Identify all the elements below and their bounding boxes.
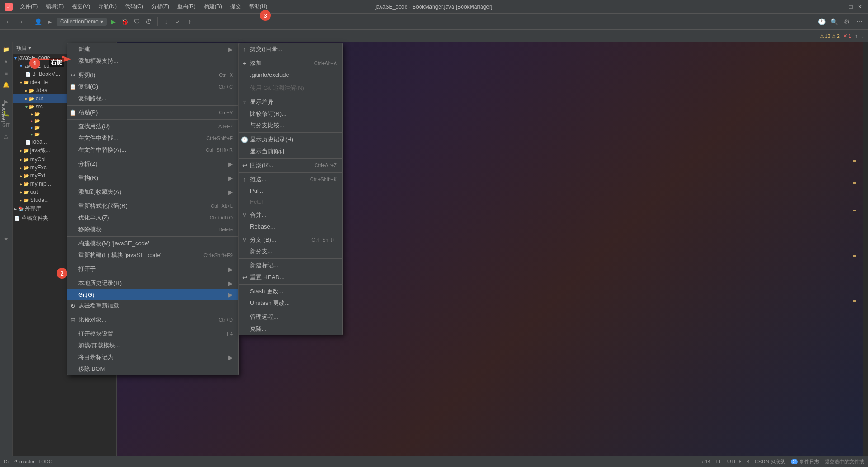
git-sep3 (239, 95, 342, 95)
menu-add-framework[interactable]: 添加框架支持... (67, 55, 238, 67)
git-branch[interactable]: ⑂ 分支 (B)...Ctrl+Shift+` (239, 234, 342, 246)
annotation-circle-1: 1 (29, 58, 40, 69)
rollback-icon: ↩ (241, 162, 248, 169)
git-show-current-revision[interactable]: 显示当前修订 (239, 145, 342, 157)
menu-copy[interactable]: 📋 复制(C)Ctrl+C (67, 81, 238, 93)
git-rollback[interactable]: ↩ 回滚(R)...Ctrl+Alt+Z (239, 159, 342, 171)
git-new-branch[interactable]: 新分支... (239, 246, 342, 257)
git-new-tag[interactable]: 新建标记... (239, 260, 342, 271)
menu-copy-path[interactable]: 复制路径... (67, 93, 238, 104)
git-unstash[interactable]: Unstash 更改... (239, 297, 342, 309)
git-fetch: Fetch (239, 196, 342, 207)
git-show-history[interactable]: 🕐 显示历史记录(H) (239, 134, 342, 145)
menu-find-in-files[interactable]: 在文件中查找...Ctrl+Shift+F (67, 132, 238, 144)
menu-refactor[interactable]: 重构(R)▶ (67, 172, 238, 184)
sep8 (67, 236, 238, 237)
sep7 (67, 199, 238, 199)
git-rebase[interactable]: Rebase... (239, 221, 342, 232)
menu-add-favorites[interactable]: 添加到收藏夹(A)▶ (67, 186, 238, 198)
menu-git[interactable]: Git(G)▶ (67, 289, 238, 300)
compare-icon: ⊟ (69, 317, 76, 323)
menu-compare[interactable]: ⊟ 比较对象...Ctrl+D (67, 314, 238, 326)
sep5 (67, 171, 238, 171)
copy-icon: 📋 (69, 84, 76, 90)
git-sep4 (239, 132, 342, 133)
sep9 (67, 262, 238, 262)
sep6 (67, 185, 238, 185)
git-sep9 (239, 258, 342, 259)
git-sep1 (239, 56, 342, 56)
git-clone[interactable]: 克隆... (239, 323, 342, 335)
menu-module-settings[interactable]: 打开模块设置F4 (67, 328, 238, 340)
menu-reformat[interactable]: 重新格式化代码(R)Ctrl+Alt+L (67, 200, 238, 212)
menu-reload-from-disk[interactable]: ↻ 从磁盘重新加载 (67, 300, 238, 312)
menu-analyze[interactable]: 分析(Z)▶ (67, 158, 238, 170)
git-manage-remotes[interactable]: 管理远程... (239, 311, 342, 323)
merge-icon: ⑂ (241, 212, 248, 219)
cut-icon: ✂ (69, 72, 76, 79)
sep1 (67, 68, 238, 68)
git-push[interactable]: ↑ 推送...Ctrl+Shift+K (239, 173, 342, 185)
git-sep5 (239, 158, 342, 159)
git-exclude[interactable]: .gitinfo/exclude (239, 69, 342, 80)
menu-open-in[interactable]: 打开于▶ (67, 263, 238, 275)
menu-rebuild-module[interactable]: 重新构建(E) 模块 'javaSE_code'Ctrl+Shift+F9 (67, 249, 238, 261)
sep2 (67, 105, 238, 106)
git-sep11 (239, 310, 342, 310)
context-overlay: 新建▶ 添加框架支持... ✂ 剪切(I)Ctrl+X 📋 复制(C)Ctrl+… (0, 0, 868, 467)
sep10 (67, 276, 238, 276)
sep4 (67, 157, 238, 157)
history-icon: 🕐 (241, 136, 248, 143)
git-add[interactable]: + 添加Ctrl+Alt+A (239, 57, 342, 69)
git-merge[interactable]: ⑂ 合并... (239, 209, 342, 221)
git-pull[interactable]: Pull... (239, 185, 342, 196)
git-submenu: ↑ 提交()目录... + 添加Ctrl+Alt+A .gitinfo/excl… (239, 43, 343, 335)
git-sep10 (239, 284, 342, 285)
git-sep6 (239, 172, 342, 173)
push-icon: ↑ (241, 176, 248, 183)
right-click-label: 右键 (49, 58, 64, 67)
menu-remove-bom[interactable]: 移除 BOM (67, 363, 238, 375)
menu-cut[interactable]: ✂ 剪切(I)Ctrl+X (67, 69, 238, 81)
menu-find-usages[interactable]: 查找用法(U)Alt+F7 (67, 121, 238, 132)
git-sep2 (239, 81, 342, 81)
git-sep8 (239, 233, 342, 233)
git-annotate: 使用 Git 追溯注解(N) (239, 82, 342, 94)
menu-local-history[interactable]: 本地历史记录(H)▶ (67, 277, 238, 289)
menu-remove-module[interactable]: 移除模块Delete (67, 224, 238, 235)
menu-load-unload[interactable]: 加载/卸载模块... (67, 340, 238, 351)
annotation-circle-2: 2 (57, 268, 67, 279)
sep11 (67, 313, 238, 313)
git-stash[interactable]: Stash 更改... (239, 285, 342, 297)
diff-icon: ≠ (241, 99, 248, 106)
reload-icon: ↻ (69, 303, 76, 309)
add-icon: + (241, 60, 248, 67)
annotation-circle-3: 3 (260, 10, 271, 21)
git-sep7 (239, 208, 342, 208)
commit-icon: ↑ (241, 46, 248, 53)
menu-optimize-imports[interactable]: 优化导入(Z)Ctrl+Alt+O (67, 212, 238, 224)
branch-icon: ⑂ (241, 237, 248, 243)
sep12 (67, 327, 238, 327)
sep3 (67, 119, 238, 120)
git-compare-revisions[interactable]: 比较修订(R)... (239, 108, 342, 120)
menu-new[interactable]: 新建▶ (67, 43, 238, 55)
menu-paste[interactable]: 📋 粘贴(P)Ctrl+V (67, 107, 238, 118)
menu-replace-in-files[interactable]: 在文件中替换(A)...Ctrl+Shift+R (67, 144, 238, 156)
reset-icon: ↩ (241, 274, 248, 281)
menu-build-module[interactable]: 构建模块(M) 'javaSE_code' (67, 238, 238, 249)
git-compare-branch[interactable]: 与分支比较... (239, 120, 342, 131)
git-commit-dir[interactable]: ↑ 提交()目录... (239, 43, 342, 55)
paste-icon: 📋 (69, 109, 76, 116)
context-menu: 新建▶ 添加框架支持... ✂ 剪切(I)Ctrl+X 📋 复制(C)Ctrl+… (67, 43, 239, 375)
git-show-diff[interactable]: ≠ 显示差异 (239, 96, 342, 108)
menu-mark-as[interactable]: 将目录标记为▶ (67, 351, 238, 363)
git-reset-head[interactable]: ↩ 重置 HEAD... (239, 271, 342, 283)
